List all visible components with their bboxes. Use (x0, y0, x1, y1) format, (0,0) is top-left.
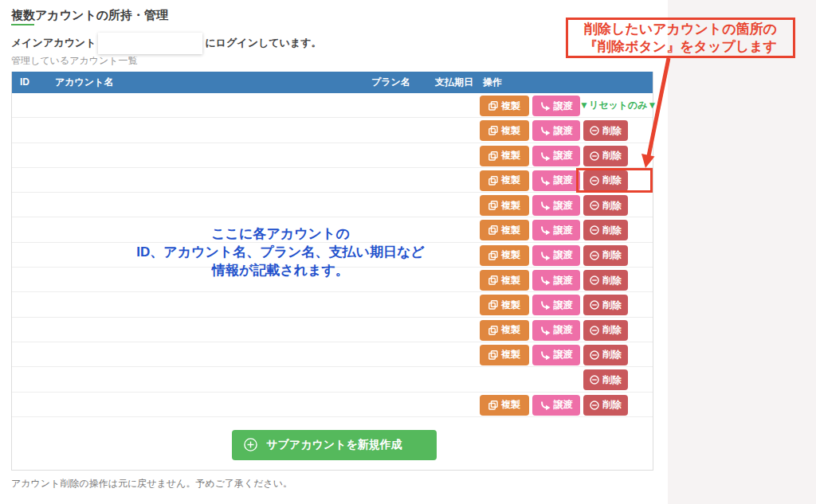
plus-circle-icon (244, 438, 257, 454)
delete-button-label: 削除 (602, 199, 622, 213)
transfer-button[interactable]: 譲渡 (532, 395, 580, 416)
delete-button[interactable]: 削除 (583, 146, 628, 166)
clone-icon (488, 201, 498, 210)
duplicate-button[interactable]: 複製 (480, 295, 529, 315)
delete-button-label: 削除 (602, 248, 622, 262)
transfer-button[interactable]: 譲渡 (532, 96, 580, 116)
table-header: ID アカウント名 プラン名 支払期日 操作 (12, 72, 653, 93)
transfer-button[interactable]: 譲渡 (532, 146, 580, 166)
minus-circle-icon (590, 225, 599, 235)
minus-circle-icon (590, 400, 599, 410)
delete-button-label: 削除 (602, 149, 622, 162)
account-list-caption: 管理しているアカウント一覧 (11, 54, 138, 68)
duplicate-button[interactable]: 複製 (480, 395, 529, 416)
placeholder-note-line1: ここに各アカウントの (11, 225, 550, 243)
transfer-button-label: 譲渡 (554, 299, 573, 312)
footer-warning-note: アカウント削除の操作は元に戻せません。予めご了承ください。 (11, 477, 292, 490)
transfer-button[interactable]: 譲渡 (532, 295, 580, 315)
transfer-button-label: 譲渡 (554, 174, 573, 187)
transfer-arrow-icon (540, 101, 551, 111)
delete-button[interactable]: 削除 (583, 295, 628, 315)
transfer-arrow-icon (540, 151, 551, 161)
table-row: 複製 譲渡 削除 (12, 118, 653, 143)
transfer-button[interactable]: 譲渡 (532, 345, 580, 365)
delete-button[interactable]: 削除 (583, 270, 628, 291)
login-prefix-label: メインアカウント (11, 36, 96, 50)
transfer-button-label: 譲渡 (554, 149, 573, 162)
duplicate-button[interactable]: 複製 (480, 345, 529, 365)
placeholder-note-line3: 情報が記載されます。 (11, 261, 550, 279)
transfer-button-label: 譲渡 (554, 124, 573, 138)
minus-circle-icon (590, 126, 599, 135)
minus-circle-icon (590, 350, 599, 360)
transfer-button-label: 譲渡 (554, 274, 573, 287)
transfer-button[interactable]: 譲渡 (532, 170, 580, 191)
table-row: 複製 譲渡 削除 (12, 292, 653, 317)
transfer-button-label: 譲渡 (554, 323, 573, 337)
duplicate-button[interactable]: 複製 (480, 120, 529, 141)
duplicate-button-label: 複製 (501, 124, 520, 138)
delete-button[interactable]: 削除 (583, 369, 628, 390)
account-management-page: 複数アカウントの所持・管理 メインアカウント にログインしています。 管理してい… (0, 0, 816, 504)
table-row: 複製 譲渡 削除 (12, 393, 653, 417)
transfer-arrow-icon (540, 400, 551, 410)
reset-only-link[interactable]: ▼リセットのみ▼ (579, 93, 657, 118)
column-header-due: 支払期日 (435, 72, 473, 93)
table-row: 複製 譲渡 削除 (12, 342, 653, 367)
annotation-callout: 削除したいアカウントの箇所の 『削除ボタン』をタップします (566, 18, 795, 58)
delete-button-label: 削除 (602, 224, 622, 237)
table-row: 複製 譲渡 削除 (12, 143, 653, 168)
minus-circle-icon (590, 176, 599, 186)
delete-button[interactable]: 削除 (583, 120, 628, 141)
delete-button-label: 削除 (602, 398, 622, 412)
account-name-redacted-box (98, 33, 202, 54)
annotation-line1: 削除したいアカウントの箇所の (584, 21, 777, 38)
side-panel-background (668, 0, 816, 504)
delete-button[interactable]: 削除 (583, 345, 628, 365)
delete-button[interactable]: 削除 (583, 245, 628, 266)
column-header-plan: プラン名 (371, 72, 410, 93)
duplicate-button-label: 複製 (501, 323, 520, 337)
duplicate-button[interactable]: 複製 (480, 146, 529, 166)
minus-circle-icon (590, 251, 599, 260)
delete-button[interactable]: 削除 (583, 170, 628, 191)
table-row: 複製 譲渡 削除 (12, 193, 653, 217)
clone-icon (488, 151, 498, 161)
minus-circle-icon (590, 326, 599, 335)
table-row: 削除 (12, 367, 653, 392)
delete-button-label: 削除 (602, 124, 622, 138)
create-subaccount-label: サブアカウントを新規作成 (266, 438, 402, 451)
create-subaccount-button[interactable]: サブアカウントを新規作成 (232, 430, 437, 460)
delete-button-label: 削除 (602, 274, 622, 287)
page-title: 複数アカウントの所持・管理 (11, 8, 168, 23)
duplicate-button[interactable]: 複製 (480, 96, 529, 116)
duplicate-button-label: 複製 (501, 348, 520, 361)
transfer-button[interactable]: 譲渡 (532, 195, 580, 216)
clone-icon (488, 176, 498, 186)
transfer-arrow-icon (540, 201, 551, 210)
delete-button-label: 削除 (602, 174, 622, 187)
transfer-button[interactable]: 譲渡 (532, 320, 580, 341)
duplicate-button[interactable]: 複製 (480, 170, 529, 191)
duplicate-button-label: 複製 (501, 174, 520, 187)
login-suffix-label: にログインしています。 (205, 36, 321, 50)
delete-button[interactable]: 削除 (583, 220, 628, 240)
clone-icon (488, 126, 498, 135)
duplicate-button-label: 複製 (501, 149, 520, 162)
delete-button[interactable]: 削除 (583, 320, 628, 341)
clone-icon (488, 350, 498, 360)
transfer-button-label: 譲渡 (554, 398, 573, 412)
minus-circle-icon (590, 275, 599, 285)
duplicate-button[interactable]: 複製 (480, 195, 529, 216)
minus-circle-icon (590, 151, 599, 161)
table-row: 複製 譲渡 削除 (12, 318, 653, 342)
transfer-arrow-icon (540, 176, 551, 186)
minus-circle-icon (590, 201, 599, 210)
delete-button[interactable]: 削除 (583, 395, 628, 416)
transfer-button[interactable]: 譲渡 (532, 120, 580, 141)
delete-button[interactable]: 削除 (583, 195, 628, 216)
duplicate-button[interactable]: 複製 (480, 320, 529, 341)
column-header-ops: 操作 (483, 72, 502, 93)
delete-button-label: 削除 (602, 299, 622, 312)
delete-button-label: 削除 (602, 373, 622, 387)
